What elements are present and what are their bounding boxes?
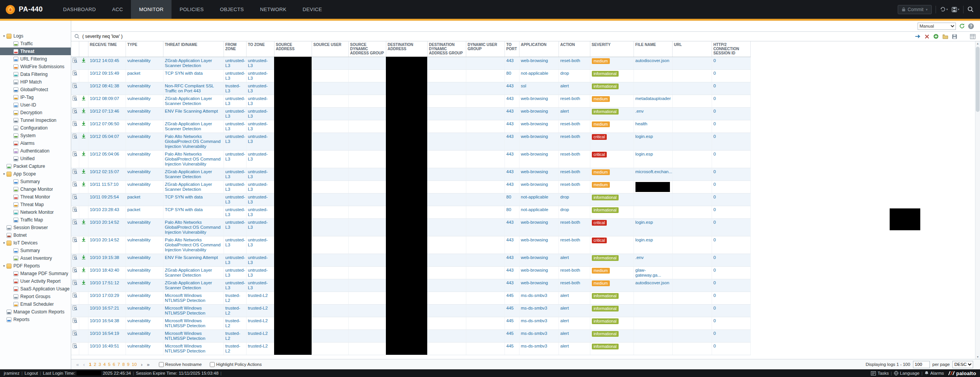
file-name-link[interactable]: microsoft.exchan... bbox=[635, 169, 673, 174]
from-zone-link[interactable]: untrusted-L3 bbox=[225, 195, 245, 204]
to-port-link[interactable]: 80 bbox=[506, 195, 511, 199]
to-port-link[interactable]: 443 bbox=[506, 182, 514, 187]
to-port-link[interactable]: 445 bbox=[506, 306, 514, 310]
from-zone-link[interactable]: untrusted-L3 bbox=[225, 58, 245, 68]
from-zone-link[interactable]: untrusted-L3 bbox=[225, 220, 245, 229]
receive-time-link[interactable]: 10/12 14:03:45 bbox=[90, 58, 119, 63]
sidebar-item-summary[interactable]: Summary bbox=[0, 247, 71, 254]
to-port-link[interactable]: 445 bbox=[506, 293, 514, 298]
receive-time-link[interactable]: 10/10 19:15:38 bbox=[90, 255, 119, 260]
application-link[interactable]: web-browsing bbox=[521, 169, 548, 174]
session-id-link[interactable]: 0 bbox=[714, 280, 716, 285]
type-link[interactable]: vulnerability bbox=[127, 331, 151, 336]
to-port-link[interactable]: 443 bbox=[506, 109, 514, 113]
to-port-link[interactable]: 445 bbox=[506, 331, 514, 336]
download-pcap-icon[interactable] bbox=[82, 170, 86, 174]
sidebar-item-botnet[interactable]: Botnet bbox=[0, 231, 71, 239]
threat-name-link[interactable]: Palo Alto Networks GlobalProtect OS Comm… bbox=[165, 134, 221, 149]
type-link[interactable]: vulnerability bbox=[127, 96, 151, 101]
from-zone-link[interactable]: trusted-L2 bbox=[225, 293, 240, 303]
receive-time-link[interactable]: 10/10 20:14:52 bbox=[90, 220, 119, 225]
receive-time-link[interactable]: 10/12 02:15:07 bbox=[90, 169, 119, 174]
application-link[interactable]: ms-ds-smbv3 bbox=[521, 331, 547, 336]
save-config-icon[interactable]: ▾ bbox=[952, 7, 959, 12]
file-name-link[interactable]: login.esp bbox=[635, 134, 653, 139]
session-id-link[interactable]: 0 bbox=[714, 331, 716, 336]
type-link[interactable]: vulnerability bbox=[127, 238, 151, 242]
threat-name-link[interactable]: ENV File Scanning Attempt bbox=[165, 109, 218, 113]
sidebar-item-unified[interactable]: Unified bbox=[0, 155, 71, 162]
to-port-link[interactable]: 80 bbox=[506, 71, 511, 75]
session-id-link[interactable]: 0 bbox=[714, 96, 716, 101]
session-id-link[interactable]: 0 bbox=[714, 220, 716, 225]
from-zone-link[interactable]: trusted-L2 bbox=[225, 331, 240, 341]
sidebar-item-summary[interactable]: Summary bbox=[0, 178, 71, 185]
from-zone-link[interactable]: untrusted-L3 bbox=[225, 268, 245, 277]
from-zone-link[interactable]: untrusted-L3 bbox=[225, 152, 245, 161]
application-link[interactable]: web-browsing bbox=[521, 152, 548, 156]
from-zone-link[interactable]: untrusted-L3 bbox=[225, 169, 245, 179]
col-header-http2-connection-session-id[interactable]: HTTP/2 CONNECTION SESSION ID bbox=[712, 41, 750, 57]
file-name-link[interactable]: .env bbox=[635, 255, 644, 260]
log-detail-icon[interactable] bbox=[72, 221, 77, 225]
scroll-down-icon[interactable]: ▾ bbox=[975, 355, 980, 359]
log-detail-icon[interactable] bbox=[72, 307, 77, 311]
tasks-button[interactable]: Tasks bbox=[871, 371, 889, 375]
col-header-threat-id-name[interactable]: THREAT ID/NAME bbox=[163, 41, 224, 57]
to-port-link[interactable]: 443 bbox=[506, 134, 514, 139]
tree-caret-icon[interactable]: ▾ bbox=[2, 241, 6, 245]
global-search-icon[interactable] bbox=[967, 6, 974, 13]
download-pcap-icon[interactable] bbox=[82, 238, 86, 243]
type-link[interactable]: packet bbox=[127, 71, 140, 75]
log-detail-icon[interactable] bbox=[72, 152, 77, 157]
file-name-link[interactable]: metadatauploader bbox=[635, 96, 671, 101]
refresh-icon[interactable] bbox=[959, 23, 965, 29]
sidebar-item-manage-custom-reports[interactable]: Manage Custom Reports bbox=[0, 308, 71, 316]
from-zone-link[interactable]: untrusted-L3 bbox=[225, 207, 245, 217]
per-page-input[interactable] bbox=[913, 361, 930, 368]
from-zone-link[interactable]: trusted-L3 bbox=[225, 84, 240, 93]
action-link[interactable]: reset-both bbox=[560, 280, 580, 285]
application-link[interactable]: web-browsing bbox=[521, 58, 548, 63]
nav-tab-dashboard[interactable]: DASHBOARD bbox=[55, 0, 104, 19]
to-zone-link[interactable]: untrusted-L3 bbox=[248, 109, 268, 118]
action-link[interactable]: reset-both bbox=[560, 220, 580, 225]
sidebar-item-threat-monitor[interactable]: Threat Monitor bbox=[0, 193, 71, 201]
nav-tab-objects[interactable]: OBJECTS bbox=[212, 0, 252, 19]
receive-time-link[interactable]: 10/12 08:09:07 bbox=[90, 96, 119, 101]
to-zone-link[interactable]: untrusted-L3 bbox=[248, 121, 268, 131]
application-link[interactable]: web-browsing bbox=[521, 109, 548, 113]
nav-tab-policies[interactable]: POLICIES bbox=[172, 0, 212, 19]
col-header-to-zone[interactable]: TO ZONE bbox=[246, 41, 274, 57]
to-port-link[interactable]: 445 bbox=[506, 344, 514, 348]
application-link[interactable]: web-browsing bbox=[521, 121, 548, 126]
page-7[interactable]: 7 bbox=[116, 362, 121, 367]
from-zone-link[interactable]: untrusted-L3 bbox=[225, 134, 245, 144]
action-link[interactable]: alert bbox=[560, 84, 569, 88]
sidebar-item-authentication[interactable]: Authentication bbox=[0, 147, 71, 155]
download-pcap-icon[interactable] bbox=[82, 97, 86, 101]
sidebar-item-traffic-map[interactable]: Traffic Map bbox=[0, 216, 71, 224]
receive-time-link[interactable]: 10/12 08:41:38 bbox=[90, 84, 119, 88]
type-link[interactable]: vulnerability bbox=[127, 152, 151, 156]
highlight-policy-checkbox[interactable] bbox=[210, 362, 215, 367]
receive-time-link[interactable]: 10/12 05:04:07 bbox=[90, 134, 119, 139]
to-zone-link[interactable]: untrusted-L3 bbox=[248, 134, 268, 144]
action-link[interactable]: alert bbox=[560, 306, 569, 310]
action-link[interactable]: reset-both bbox=[560, 134, 580, 139]
session-id-link[interactable]: 0 bbox=[714, 318, 716, 323]
to-zone-link[interactable]: trusted-L2 bbox=[248, 331, 268, 336]
scroll-up-icon[interactable]: ▴ bbox=[975, 42, 980, 45]
threat-name-link[interactable]: ZGrab Application Layer Scanner Detectio… bbox=[165, 121, 212, 131]
application-link[interactable]: web-browsing bbox=[521, 182, 548, 187]
application-link[interactable]: not-applicable bbox=[521, 71, 549, 75]
next-page-icon[interactable]: › bbox=[140, 362, 144, 367]
sidebar-item-network-monitor[interactable]: Network Monitor bbox=[0, 208, 71, 216]
session-id-link[interactable]: 0 bbox=[714, 152, 716, 156]
sidebar-item-saas-application-usage[interactable]: SaaS Application Usage bbox=[0, 285, 71, 293]
load-filter-icon[interactable] bbox=[942, 34, 948, 39]
page-10[interactable]: 10 bbox=[131, 362, 138, 367]
page-8[interactable]: 8 bbox=[121, 362, 126, 367]
application-link[interactable]: web-browsing bbox=[521, 280, 548, 285]
col-header-action[interactable]: ACTION bbox=[559, 41, 590, 57]
